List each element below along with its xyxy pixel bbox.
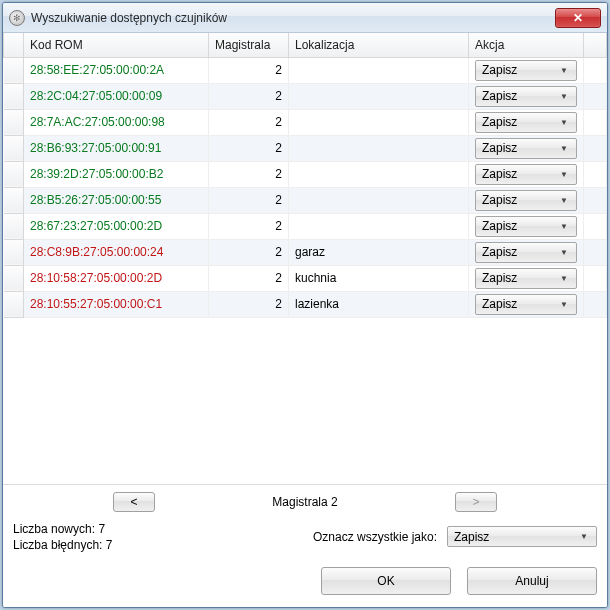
action-combo[interactable]: Zapisz▼ (475, 268, 577, 289)
table-row[interactable]: 28:67:23:27:05:00:00:2D2Zapisz▼ (4, 213, 607, 239)
cell-action: Zapisz▼ (469, 291, 584, 317)
table-row[interactable]: 28:2C:04:27:05:00:00:092Zapisz▼ (4, 83, 607, 109)
row-header[interactable] (4, 213, 24, 239)
prev-bus-button[interactable]: < (113, 492, 155, 512)
row-header[interactable] (4, 83, 24, 109)
cell-location[interactable] (289, 83, 469, 109)
table-row[interactable]: 28:39:2D:27:05:00:00:B22Zapisz▼ (4, 161, 607, 187)
cell-rom[interactable]: 28:B6:93:27:05:00:00:91 (24, 135, 209, 161)
cell-bus[interactable]: 2 (209, 161, 289, 187)
chevron-down-icon: ▼ (556, 92, 572, 101)
action-combo[interactable]: Zapisz▼ (475, 190, 577, 211)
action-combo[interactable]: Zapisz▼ (475, 216, 577, 237)
chevron-down-icon: ▼ (556, 196, 572, 205)
close-button[interactable]: ✕ (555, 8, 601, 28)
bus-label: Magistrala 2 (272, 495, 337, 509)
table-row[interactable]: 28:58:EE:27:05:00:00:2A2Zapisz▼ (4, 57, 607, 83)
cell-location[interactable] (289, 161, 469, 187)
action-combo-value: Zapisz (482, 141, 517, 155)
column-bus[interactable]: Magistrala (209, 33, 289, 57)
table-row[interactable]: 28:B5:26:27:05:00:00:552Zapisz▼ (4, 187, 607, 213)
row-header[interactable] (4, 109, 24, 135)
table-row[interactable]: 28:C8:9B:27:05:00:00:242garazZapisz▼ (4, 239, 607, 265)
cell-rom[interactable]: 28:2C:04:27:05:00:00:09 (24, 83, 209, 109)
row-header[interactable] (4, 291, 24, 317)
column-loc[interactable]: Lokalizacja (289, 33, 469, 57)
cancel-button[interactable]: Anuluj (467, 567, 597, 595)
cell-location[interactable] (289, 187, 469, 213)
action-combo[interactable]: Zapisz▼ (475, 242, 577, 263)
cell-rom[interactable]: 28:67:23:27:05:00:00:2D (24, 213, 209, 239)
cell-rom[interactable]: 28:10:58:27:05:00:00:2D (24, 265, 209, 291)
sensor-table: Kod ROM Magistrala Lokalizacja Akcja 28:… (3, 33, 607, 318)
cell-action: Zapisz▼ (469, 239, 584, 265)
cell-bus[interactable]: 2 (209, 213, 289, 239)
cell-location[interactable] (289, 213, 469, 239)
app-icon: ✻ (9, 10, 25, 26)
chevron-down-icon: ▼ (556, 66, 572, 75)
cell-pad (584, 135, 607, 161)
action-combo-value: Zapisz (482, 193, 517, 207)
column-pad (584, 33, 607, 57)
titlebar: ✻ Wyszukiwanie dostępnych czujników ✕ (3, 3, 607, 33)
cell-pad (584, 57, 607, 83)
table-row[interactable]: 28:10:58:27:05:00:00:2D2kuchniaZapisz▼ (4, 265, 607, 291)
cell-rom[interactable]: 28:10:55:27:05:00:00:C1 (24, 291, 209, 317)
cell-action: Zapisz▼ (469, 135, 584, 161)
chevron-down-icon: ▼ (556, 300, 572, 309)
cell-bus[interactable]: 2 (209, 239, 289, 265)
action-combo[interactable]: Zapisz▼ (475, 294, 577, 315)
cell-rom[interactable]: 28:58:EE:27:05:00:00:2A (24, 57, 209, 83)
cell-rom[interactable]: 28:B5:26:27:05:00:00:55 (24, 187, 209, 213)
cell-location[interactable] (289, 135, 469, 161)
row-header[interactable] (4, 265, 24, 291)
mark-all-combo[interactable]: Zapisz ▼ (447, 526, 597, 547)
cell-bus[interactable]: 2 (209, 265, 289, 291)
row-header[interactable] (4, 239, 24, 265)
cell-bus[interactable]: 2 (209, 109, 289, 135)
column-rom[interactable]: Kod ROM (24, 33, 209, 57)
next-bus-button[interactable]: > (455, 492, 497, 512)
action-combo[interactable]: Zapisz▼ (475, 60, 577, 81)
chevron-down-icon: ▼ (576, 532, 592, 541)
cell-action: Zapisz▼ (469, 265, 584, 291)
action-combo[interactable]: Zapisz▼ (475, 112, 577, 133)
cell-bus[interactable]: 2 (209, 187, 289, 213)
table-row[interactable]: 28:B6:93:27:05:00:00:912Zapisz▼ (4, 135, 607, 161)
cell-rom[interactable]: 28:7A:AC:27:05:00:00:98 (24, 109, 209, 135)
action-combo[interactable]: Zapisz▼ (475, 86, 577, 107)
cell-pad (584, 291, 607, 317)
action-combo[interactable]: Zapisz▼ (475, 138, 577, 159)
cell-rom[interactable]: 28:C8:9B:27:05:00:00:24 (24, 239, 209, 265)
cell-location[interactable] (289, 109, 469, 135)
cell-bus[interactable]: 2 (209, 57, 289, 83)
cell-action: Zapisz▼ (469, 83, 584, 109)
cell-location[interactable] (289, 57, 469, 83)
action-combo-value: Zapisz (482, 245, 517, 259)
row-header[interactable] (4, 187, 24, 213)
cell-bus[interactable]: 2 (209, 83, 289, 109)
info-row: Liczba nowych: 7 Liczba błędnych: 7 Ozna… (13, 521, 597, 553)
column-rowheader[interactable] (4, 33, 24, 57)
action-combo-value: Zapisz (482, 297, 517, 311)
cell-location[interactable]: kuchnia (289, 265, 469, 291)
cell-rom[interactable]: 28:39:2D:27:05:00:00:B2 (24, 161, 209, 187)
window-title: Wyszukiwanie dostępnych czujników (31, 11, 555, 25)
row-header[interactable] (4, 57, 24, 83)
cell-bus[interactable]: 2 (209, 291, 289, 317)
counts: Liczba nowych: 7 Liczba błędnych: 7 (13, 521, 112, 553)
chevron-down-icon: ▼ (556, 248, 572, 257)
cell-location[interactable]: lazienka (289, 291, 469, 317)
table-row[interactable]: 28:10:55:27:05:00:00:C12lazienkaZapisz▼ (4, 291, 607, 317)
action-combo-value: Zapisz (482, 219, 517, 233)
cell-location[interactable]: garaz (289, 239, 469, 265)
action-combo[interactable]: Zapisz▼ (475, 164, 577, 185)
ok-button[interactable]: OK (321, 567, 451, 595)
cell-bus[interactable]: 2 (209, 135, 289, 161)
row-header[interactable] (4, 135, 24, 161)
row-header[interactable] (4, 161, 24, 187)
table-row[interactable]: 28:7A:AC:27:05:00:00:982Zapisz▼ (4, 109, 607, 135)
count-new: Liczba nowych: 7 (13, 521, 112, 537)
column-action[interactable]: Akcja (469, 33, 584, 57)
dialog-buttons: OK Anuluj (13, 567, 597, 595)
